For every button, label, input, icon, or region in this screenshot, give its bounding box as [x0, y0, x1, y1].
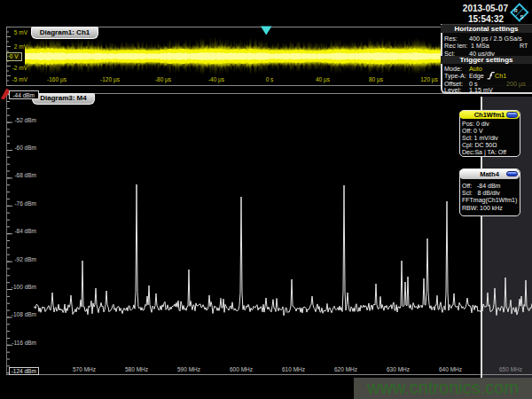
svg-text:R: R — [514, 8, 518, 13]
svg-text:S: S — [520, 14, 524, 20]
